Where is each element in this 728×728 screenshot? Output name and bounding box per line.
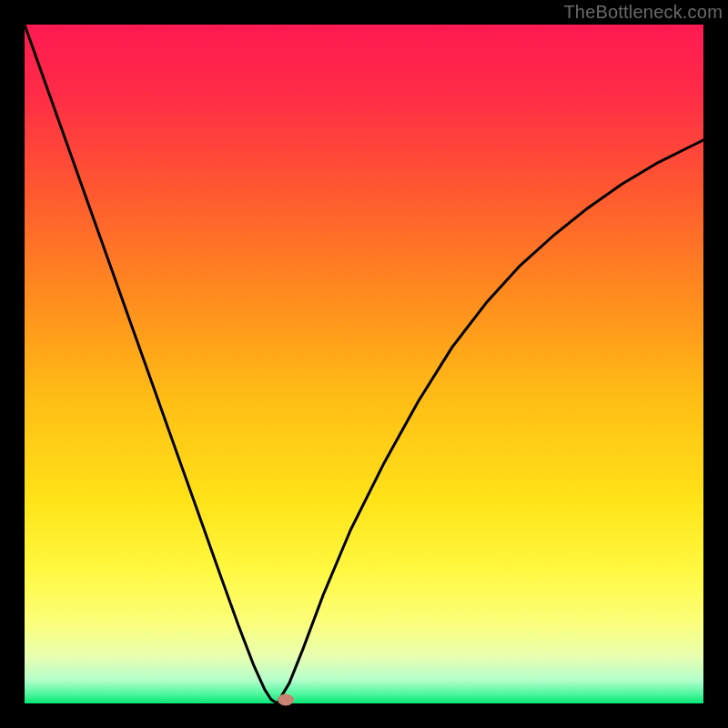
curve-layer <box>25 25 703 703</box>
curve-left-branch <box>25 25 278 703</box>
minimum-marker <box>278 694 294 706</box>
watermark-text: TheBottleneck.com <box>563 2 723 23</box>
chart-frame <box>25 25 703 703</box>
plot-area <box>25 25 703 703</box>
curve-right-branch <box>278 140 703 703</box>
